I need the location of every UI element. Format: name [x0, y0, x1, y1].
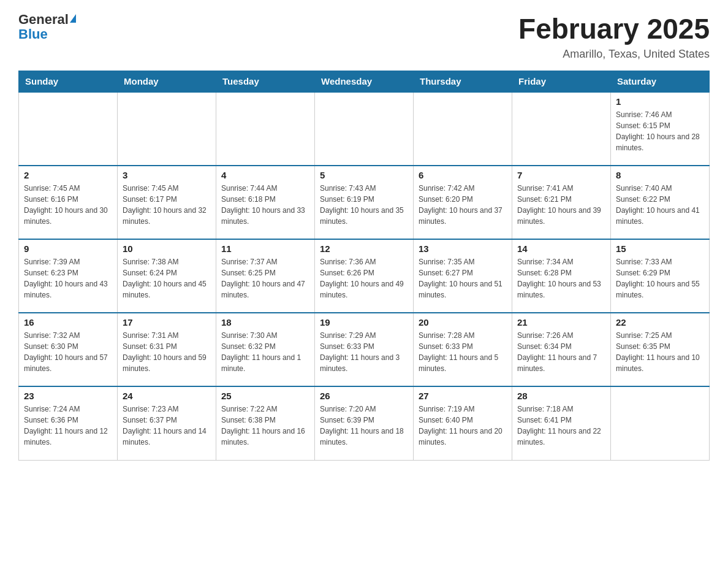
calendar-cell: 20Sunrise: 7:28 AM Sunset: 6:33 PM Dayli…: [414, 313, 512, 386]
day-info: Sunrise: 7:30 AM Sunset: 6:32 PM Dayligh…: [221, 330, 309, 374]
calendar-cell: 22Sunrise: 7:25 AM Sunset: 6:35 PM Dayli…: [611, 313, 710, 386]
day-info: Sunrise: 7:18 AM Sunset: 6:41 PM Dayligh…: [517, 404, 605, 448]
calendar-week-row: 2Sunrise: 7:45 AM Sunset: 6:16 PM Daylig…: [19, 166, 710, 239]
calendar-title: February 2025: [518, 12, 710, 45]
calendar-week-row: 1Sunrise: 7:46 AM Sunset: 6:15 PM Daylig…: [19, 92, 710, 166]
day-info: Sunrise: 7:22 AM Sunset: 6:38 PM Dayligh…: [221, 404, 309, 448]
day-number: 28: [517, 391, 605, 401]
day-info: Sunrise: 7:32 AM Sunset: 6:30 PM Dayligh…: [24, 330, 112, 374]
calendar-subtitle: Amarillo, Texas, United States: [518, 48, 710, 61]
day-number: 27: [419, 391, 507, 401]
weekday-header-tuesday: Tuesday: [216, 71, 315, 93]
calendar-cell: 9Sunrise: 7:39 AM Sunset: 6:23 PM Daylig…: [19, 239, 118, 313]
calendar-cell: 4Sunrise: 7:44 AM Sunset: 6:18 PM Daylig…: [216, 166, 315, 239]
calendar-cell: [315, 92, 414, 166]
calendar-cell: 5Sunrise: 7:43 AM Sunset: 6:19 PM Daylig…: [315, 166, 414, 239]
day-number: 26: [320, 391, 408, 401]
calendar-cell: 8Sunrise: 7:40 AM Sunset: 6:22 PM Daylig…: [611, 166, 710, 239]
calendar-cell: 2Sunrise: 7:45 AM Sunset: 6:16 PM Daylig…: [19, 166, 118, 239]
weekday-header-friday: Friday: [512, 71, 611, 93]
day-info: Sunrise: 7:28 AM Sunset: 6:33 PM Dayligh…: [419, 330, 507, 374]
day-number: 19: [320, 317, 408, 327]
day-number: 9: [24, 243, 112, 254]
day-number: 15: [616, 243, 704, 254]
day-info: Sunrise: 7:38 AM Sunset: 6:24 PM Dayligh…: [123, 256, 211, 301]
calendar-cell: 14Sunrise: 7:34 AM Sunset: 6:28 PM Dayli…: [512, 239, 611, 313]
day-number: 20: [419, 317, 507, 327]
day-info: Sunrise: 7:20 AM Sunset: 6:39 PM Dayligh…: [320, 404, 408, 448]
calendar-cell: 19Sunrise: 7:29 AM Sunset: 6:33 PM Dayli…: [315, 313, 414, 386]
day-number: 23: [24, 391, 112, 401]
weekday-header-wednesday: Wednesday: [315, 71, 414, 93]
day-info: Sunrise: 7:37 AM Sunset: 6:25 PM Dayligh…: [221, 256, 309, 301]
calendar-cell: 13Sunrise: 7:35 AM Sunset: 6:27 PM Dayli…: [414, 239, 512, 313]
day-number: 1: [616, 96, 704, 107]
logo-triangle-icon: [70, 14, 76, 23]
day-number: 13: [419, 243, 507, 254]
calendar-cell: [19, 92, 118, 166]
calendar-cell: 1Sunrise: 7:46 AM Sunset: 6:15 PM Daylig…: [611, 92, 710, 166]
day-info: Sunrise: 7:39 AM Sunset: 6:23 PM Dayligh…: [24, 256, 112, 301]
calendar-cell: 25Sunrise: 7:22 AM Sunset: 6:38 PM Dayli…: [216, 386, 315, 460]
calendar-cell: 3Sunrise: 7:45 AM Sunset: 6:17 PM Daylig…: [118, 166, 216, 239]
calendar-cell: 23Sunrise: 7:24 AM Sunset: 6:36 PM Dayli…: [19, 386, 118, 460]
calendar-cell: 27Sunrise: 7:19 AM Sunset: 6:40 PM Dayli…: [414, 386, 512, 460]
calendar-cell: [414, 92, 512, 166]
day-info: Sunrise: 7:35 AM Sunset: 6:27 PM Dayligh…: [419, 256, 507, 301]
day-number: 11: [221, 243, 309, 254]
day-number: 4: [221, 170, 309, 180]
day-info: Sunrise: 7:19 AM Sunset: 6:40 PM Dayligh…: [419, 404, 507, 448]
day-info: Sunrise: 7:41 AM Sunset: 6:21 PM Dayligh…: [517, 183, 605, 227]
day-number: 12: [320, 243, 408, 254]
calendar-cell: 10Sunrise: 7:38 AM Sunset: 6:24 PM Dayli…: [118, 239, 216, 313]
weekday-header-monday: Monday: [118, 71, 216, 93]
calendar-cell: 26Sunrise: 7:20 AM Sunset: 6:39 PM Dayli…: [315, 386, 414, 460]
calendar-week-row: 9Sunrise: 7:39 AM Sunset: 6:23 PM Daylig…: [19, 239, 710, 313]
weekday-header-saturday: Saturday: [611, 71, 710, 93]
day-info: Sunrise: 7:44 AM Sunset: 6:18 PM Dayligh…: [221, 183, 309, 227]
page-header: General Blue February 2025 Amarillo, Tex…: [18, 12, 710, 61]
calendar-week-row: 23Sunrise: 7:24 AM Sunset: 6:36 PM Dayli…: [19, 386, 710, 460]
day-info: Sunrise: 7:26 AM Sunset: 6:34 PM Dayligh…: [517, 330, 605, 374]
calendar-cell: 18Sunrise: 7:30 AM Sunset: 6:32 PM Dayli…: [216, 313, 315, 386]
calendar-table: SundayMondayTuesdayWednesdayThursdayFrid…: [18, 71, 710, 461]
day-info: Sunrise: 7:24 AM Sunset: 6:36 PM Dayligh…: [24, 404, 112, 448]
day-number: 24: [123, 391, 211, 401]
day-info: Sunrise: 7:25 AM Sunset: 6:35 PM Dayligh…: [616, 330, 704, 374]
calendar-cell: 11Sunrise: 7:37 AM Sunset: 6:25 PM Dayli…: [216, 239, 315, 313]
calendar-cell: [216, 92, 315, 166]
day-number: 21: [517, 317, 605, 327]
day-info: Sunrise: 7:23 AM Sunset: 6:37 PM Dayligh…: [123, 404, 211, 448]
logo-general-text: General: [18, 12, 69, 27]
logo: General Blue: [18, 12, 76, 42]
day-number: 6: [419, 170, 507, 180]
day-number: 17: [123, 317, 211, 327]
day-number: 25: [221, 391, 309, 401]
weekday-header-row: SundayMondayTuesdayWednesdayThursdayFrid…: [19, 71, 710, 93]
day-info: Sunrise: 7:45 AM Sunset: 6:17 PM Dayligh…: [123, 183, 211, 227]
logo-blue-text: Blue: [18, 27, 48, 42]
calendar-cell: 24Sunrise: 7:23 AM Sunset: 6:37 PM Dayli…: [118, 386, 216, 460]
day-number: 16: [24, 317, 112, 327]
title-block: February 2025 Amarillo, Texas, United St…: [518, 12, 710, 61]
day-number: 14: [517, 243, 605, 254]
day-info: Sunrise: 7:34 AM Sunset: 6:28 PM Dayligh…: [517, 256, 605, 301]
calendar-cell: 17Sunrise: 7:31 AM Sunset: 6:31 PM Dayli…: [118, 313, 216, 386]
weekday-header-thursday: Thursday: [414, 71, 512, 93]
calendar-cell: 7Sunrise: 7:41 AM Sunset: 6:21 PM Daylig…: [512, 166, 611, 239]
day-info: Sunrise: 7:40 AM Sunset: 6:22 PM Dayligh…: [616, 183, 704, 227]
day-info: Sunrise: 7:36 AM Sunset: 6:26 PM Dayligh…: [320, 256, 408, 301]
day-number: 8: [616, 170, 704, 180]
calendar-cell: [512, 92, 611, 166]
day-info: Sunrise: 7:33 AM Sunset: 6:29 PM Dayligh…: [616, 256, 704, 301]
day-info: Sunrise: 7:43 AM Sunset: 6:19 PM Dayligh…: [320, 183, 408, 227]
day-info: Sunrise: 7:46 AM Sunset: 6:15 PM Dayligh…: [616, 109, 704, 153]
day-number: 3: [123, 170, 211, 180]
weekday-header-sunday: Sunday: [19, 71, 118, 93]
day-number: 10: [123, 243, 211, 254]
day-number: 7: [517, 170, 605, 180]
calendar-cell: 21Sunrise: 7:26 AM Sunset: 6:34 PM Dayli…: [512, 313, 611, 386]
day-number: 18: [221, 317, 309, 327]
calendar-cell: 16Sunrise: 7:32 AM Sunset: 6:30 PM Dayli…: [19, 313, 118, 386]
calendar-cell: 12Sunrise: 7:36 AM Sunset: 6:26 PM Dayli…: [315, 239, 414, 313]
